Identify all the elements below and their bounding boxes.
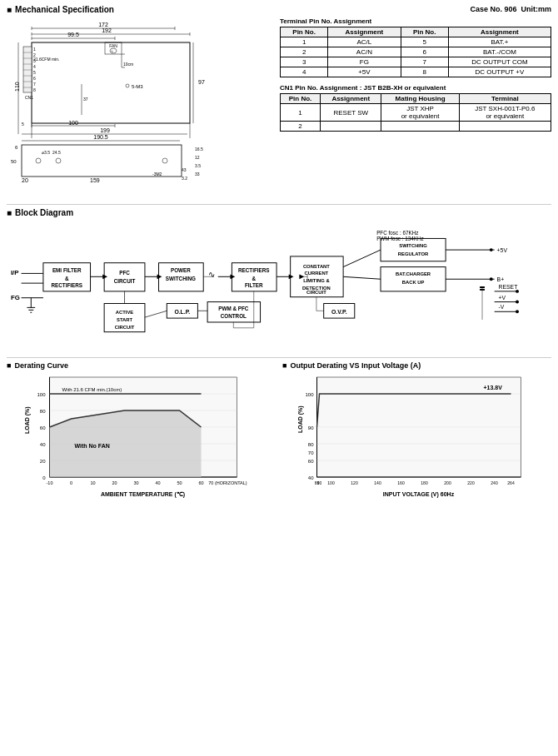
svg-text:RECTIFIERS: RECTIFIERS [238, 267, 270, 273]
svg-text:∿: ∿ [111, 49, 113, 53]
svg-text:CIRCUIT: CIRCUIT [306, 290, 326, 295]
col-cn1-housing: Mating Housing [381, 94, 459, 104]
svg-line-123 [343, 250, 381, 266]
terminal-table-1-title: Terminal Pin No. Assignment [280, 17, 551, 25]
svg-point-63 [162, 158, 167, 163]
svg-text:CIRCUIT: CIRCUIT [114, 278, 136, 284]
svg-text:200: 200 [444, 480, 451, 485]
svg-line-147 [145, 311, 167, 317]
svg-rect-22 [23, 47, 32, 92]
block-diagram-header: Block Diagram [7, 208, 551, 217]
svg-text:20: 20 [22, 177, 28, 183]
svg-text:110: 110 [14, 82, 20, 92]
svg-text:180: 180 [421, 480, 428, 485]
svg-text:100: 100 [327, 480, 335, 485]
diagram-area: 192 172 99.5 FAN ∿ [7, 17, 551, 201]
svg-text:172: 172 [98, 22, 108, 27]
svg-marker-107 [289, 274, 294, 279]
svg-text:90: 90 [317, 480, 322, 485]
svg-text:START: START [117, 317, 132, 322]
svg-text:190.5: 190.5 [93, 134, 108, 140]
svg-line-124 [343, 276, 381, 279]
svg-text:264: 264 [507, 480, 515, 485]
svg-point-132 [516, 290, 519, 293]
col-assignment-2: Assignment [448, 27, 551, 37]
svg-text:50: 50 [177, 480, 182, 485]
svg-text:6: 6 [33, 76, 36, 81]
derating-title-text: Derating Curve [14, 361, 68, 370]
svg-text:CN1: CN1 [25, 95, 33, 100]
svg-text:160: 160 [397, 480, 405, 485]
col-assignment-1: Assignment [328, 27, 401, 37]
svg-text:40: 40 [308, 475, 314, 480]
svg-text:21.6CFM min.: 21.6CFM min. [33, 57, 59, 62]
svg-point-61 [36, 158, 41, 163]
svg-point-135 [516, 301, 519, 304]
output-title-text: Output Derating VS Input Voltage (A) [290, 361, 421, 370]
svg-text:6: 6 [15, 145, 18, 150]
terminal-table-2-title: CN1 Pin No. Assignment : JST B2B-XH or e… [280, 84, 551, 92]
svg-rect-90 [104, 263, 145, 291]
terminal-table-1: Terminal Pin No. Assignment Pin No. Assi… [280, 17, 551, 77]
terminal-pin-table: Pin No. Assignment Pin No. Assignment 1A… [280, 27, 551, 77]
svg-text:8: 8 [33, 87, 36, 92]
svg-text:159: 159 [90, 177, 100, 183]
svg-point-46 [126, 84, 129, 87]
col-cn1-terminal: Terminal [459, 94, 551, 104]
svg-text:97: 97 [198, 79, 205, 85]
svg-text:99.5: 99.5 [67, 32, 79, 37]
svg-text:70: 70 [308, 450, 314, 455]
svg-text:RECTIFIERS: RECTIFIERS [51, 282, 82, 288]
svg-text:43: 43 [182, 167, 187, 172]
svg-text:240: 240 [491, 480, 498, 485]
col-pin-no-2: Pin No. [401, 27, 448, 37]
svg-text:EMI FILTER: EMI FILTER [52, 267, 82, 273]
svg-text:33: 33 [195, 172, 200, 177]
col-pin-no-1: Pin No. [281, 27, 328, 37]
charts-section: Derating Curve 0 20 40 60 80 [7, 361, 551, 506]
svg-text:PWM & PFC: PWM & PFC [218, 306, 249, 311]
svg-marker-89 [102, 274, 107, 279]
svg-text:12: 12 [195, 155, 200, 160]
svg-text:220: 220 [467, 480, 475, 485]
svg-text:+5V: +5V [497, 247, 508, 253]
output-chart-title: Output Derating VS Input Voltage (A) [282, 361, 551, 370]
output-chart-area: 40 60 70 80 90 100 88 90 100 [282, 373, 551, 506]
svg-text:&: & [252, 276, 256, 281]
svg-text:60: 60 [198, 480, 203, 485]
svg-text:70 (HORIZONTAL): 70 (HORIZONTAL) [208, 480, 247, 485]
svg-text:-10: -10 [47, 480, 53, 485]
svg-text:SWITCHING: SWITCHING [399, 243, 427, 248]
svg-text:PWM fosc : 134KHz: PWM fosc : 134KHz [376, 236, 424, 241]
svg-text:3: 3 [33, 58, 36, 63]
svg-text:⌀3.5: ⌀3.5 [42, 150, 50, 155]
svg-text:100: 100 [37, 392, 46, 397]
svg-text:80: 80 [308, 442, 314, 447]
svg-text:-3M2: -3M2 [152, 172, 162, 177]
svg-text:5: 5 [33, 70, 36, 75]
svg-marker-101 [230, 274, 235, 279]
svg-text:LOAD (%): LOAD (%) [297, 405, 304, 433]
derating-chart-title: Derating Curve [7, 361, 276, 370]
svg-text:120: 120 [351, 480, 358, 485]
svg-text:5: 5 [22, 122, 24, 127]
svg-text:60: 60 [308, 459, 314, 464]
svg-text:100: 100 [305, 392, 314, 397]
svg-text:50: 50 [11, 159, 17, 164]
page: Mechanical Specification Case No. 906 Un… [0, 0, 558, 756]
svg-text:2: 2 [33, 52, 36, 57]
mechanical-section: Mechanical Specification Case No. 906 Un… [7, 5, 551, 205]
svg-text:CIRCUIT: CIRCUIT [115, 325, 135, 330]
svg-point-138 [516, 310, 519, 313]
svg-text:+V: +V [499, 295, 506, 301]
block-diagram-area: I/P FG EMI FILTER & RECTIFIERS [7, 221, 551, 354]
svg-text:40: 40 [40, 442, 46, 447]
svg-text:CONSTANT: CONSTANT [303, 264, 330, 269]
svg-text:CURRENT: CURRENT [305, 271, 329, 276]
svg-marker-188 [50, 410, 202, 477]
svg-text:+13.8V: +13.8V [484, 385, 503, 390]
svg-text:CONTROL: CONTROL [221, 313, 247, 319]
svg-text:20: 20 [112, 480, 117, 485]
svg-text:100: 100 [68, 120, 78, 126]
svg-text:3.2: 3.2 [182, 176, 187, 181]
